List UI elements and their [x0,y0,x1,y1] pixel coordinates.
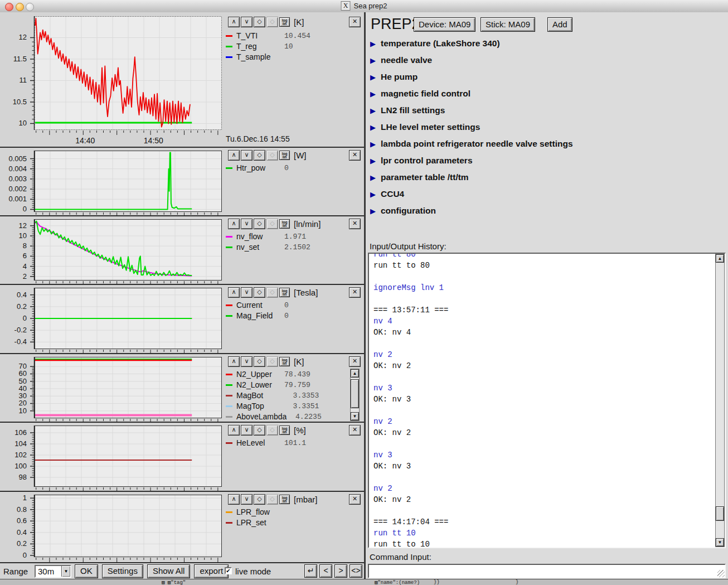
expand-scale-button[interactable]: ◇ [254,287,265,298]
legend-entry-n2_upper[interactable]: N2_Upper78.439 [226,369,310,379]
tree-item-lpr[interactable]: ▶lpr control parameters [370,154,473,167]
legend-entry-lpr_flow[interactable]: LPR_flow [226,507,284,517]
range-select[interactable]: 30m ▼ [35,565,71,578]
shift-up-button[interactable]: ∧ [228,17,240,27]
tree-item-lambda[interactable]: ▶lambda point refrigerator needle valve … [370,137,573,151]
shift-down-button[interactable]: ∨ [241,425,253,436]
toolbar-button-ok[interactable]: OK [75,564,98,578]
log-lin-toggle-button[interactable]: loglin [279,495,290,504]
io-history-scrollbar-down-arrow[interactable]: ▼ [716,538,724,547]
plot-area[interactable] [35,151,222,212]
io-history-scrollbar-up-arrow[interactable]: ▲ [716,254,724,263]
toolbar-button-show-all[interactable]: Show All [147,564,191,578]
shift-up-button[interactable]: ∧ [228,219,240,229]
tree-expand-arrow-icon[interactable]: ▶ [370,73,376,81]
shift-up-button[interactable]: ∧ [228,425,240,436]
expand-scale-button[interactable]: ◇ [254,150,265,161]
log-lin-toggle-button[interactable]: loglin [279,288,290,297]
command-input[interactable] [369,565,725,577]
tree-expand-arrow-icon[interactable]: ▶ [370,90,376,98]
expand-scale-button[interactable]: ◇ [254,425,265,436]
expand-scale-button[interactable]: ◇ [254,17,265,27]
plot-area[interactable] [35,16,222,130]
range-dropdown-arrow-icon[interactable]: ▼ [61,566,70,577]
chart-close-button[interactable]: × [349,219,361,229]
io-history-scrollbar-thumb[interactable] [716,506,724,521]
tree-item-ln2[interactable]: ▶LN2 fill settings [370,104,445,117]
shift-up-button[interactable]: ∧ [228,150,240,161]
window-zoom-button[interactable] [26,3,34,11]
legend-entry-mag_field[interactable]: Mag_Field0 [226,311,289,321]
tree-expand-arrow-icon[interactable]: ▶ [370,123,376,132]
tree-expand-arrow-icon[interactable]: ▶ [370,107,376,115]
resize-grip-icon[interactable] [717,570,725,577]
tree-item-parameter[interactable]: ▶parameter table /tt/tm [370,171,469,184]
legend-entry-t_sample[interactable]: T_sample [226,52,284,62]
log-lin-toggle-button[interactable]: loglin [279,219,290,229]
legend-entry-abovelambda[interactable]: AboveLambda 4.2235 [226,412,322,422]
shift-up-button[interactable]: ∧ [228,494,240,505]
shift-down-button[interactable]: ∨ [241,150,253,161]
legend-entry-t_reg[interactable]: T_reg10 [226,41,293,51]
legend-entry-t_vti[interactable]: T_VTI10.454 [226,31,310,41]
legend-entry-lpr_set[interactable]: LPR_set [226,518,284,528]
window-minimize-button[interactable] [16,3,24,11]
tree-expand-arrow-icon[interactable]: ▶ [370,190,376,199]
plot-area[interactable] [35,426,222,487]
expand-scale-button[interactable]: ◇ [254,494,265,505]
plot-area[interactable] [35,357,222,418]
legend-entry-magtop[interactable]: MagTop 3.3351 [226,401,319,411]
shift-down-button[interactable]: ∨ [241,17,253,27]
io-history-scrollbar[interactable]: ▲▼ [715,254,725,547]
legend-scrollbar-down-arrow[interactable]: ▼ [351,412,359,420]
tree-item-he[interactable]: ▶He pump [370,70,418,84]
log-lin-toggle-button[interactable]: loglin [279,357,290,366]
shift-up-button[interactable]: ∧ [228,287,240,298]
tree-expand-arrow-icon[interactable]: ▶ [370,40,376,48]
tree-expand-arrow-icon[interactable]: ▶ [370,157,376,165]
shift-down-button[interactable]: ∨ [241,356,253,367]
expand-scale-button[interactable]: ◇ [254,219,265,229]
legend-entry-htr_pow[interactable]: Htr_pow0 [226,163,289,173]
legend-scrollbar[interactable]: ▲▼ [350,369,360,421]
plot-area[interactable] [35,288,222,349]
legend-scrollbar-up-arrow[interactable]: ▲ [351,369,359,378]
shift-up-button[interactable]: ∧ [228,356,240,367]
toolbar-button-settings[interactable]: Settings [102,564,143,578]
shift-down-button[interactable]: ∨ [241,219,253,229]
chart-close-button[interactable]: × [349,494,361,505]
legend-entry-current[interactable]: Current0 [226,300,289,310]
shift-down-button[interactable]: ∨ [241,287,253,298]
tree-item-lhe[interactable]: ▶LHe level meter settings [370,120,480,134]
tree-item-magnetic[interactable]: ▶magnetic field control [370,87,470,100]
log-lin-toggle-button[interactable]: loglin [279,426,290,435]
legend-scrollbar-thumb[interactable] [351,379,359,408]
tree-expand-arrow-icon[interactable]: ▶ [370,140,376,148]
chart-close-button[interactable]: × [349,287,361,298]
legend-entry-magbot[interactable]: MagBot 3.3353 [226,390,319,400]
return-to-now-button[interactable]: ↵ [304,564,317,578]
log-lin-toggle-button[interactable]: loglin [279,151,290,160]
plot-area[interactable] [35,219,222,281]
expand-x-button[interactable]: <> [350,564,362,578]
shift-down-button[interactable]: ∨ [241,494,253,505]
legend-entry-helevel[interactable]: HeLevel101.1 [226,438,306,448]
legend-entry-nv_flow[interactable]: nv_flow1.971 [226,231,306,241]
log-lin-toggle-button[interactable]: loglin [279,17,290,27]
add-button[interactable]: Add [547,17,572,32]
toolbar-button-export[interactable]: export [194,564,229,578]
tree-expand-arrow-icon[interactable]: ▶ [370,173,376,182]
tree-expand-arrow-icon[interactable]: ▶ [370,56,376,65]
tree-item-configuration[interactable]: ▶configuration [370,204,436,217]
chart-close-button[interactable]: × [349,150,361,161]
device-button[interactable]: Device: MA09 [414,17,475,32]
tree-item-temperature[interactable]: ▶temperature (LakeShore 340) [370,37,500,50]
tree-item-needle[interactable]: ▶needle valve [370,54,432,67]
scroll-right-button[interactable]: > [334,564,347,578]
tree-expand-arrow-icon[interactable]: ▶ [370,207,376,215]
chart-close-button[interactable]: × [349,17,361,27]
tree-item-ccu4[interactable]: ▶CCU4 [370,187,404,201]
plot-area[interactable] [35,495,222,557]
chart-close-button[interactable]: × [349,425,361,436]
expand-scale-button[interactable]: ◇ [254,356,265,367]
